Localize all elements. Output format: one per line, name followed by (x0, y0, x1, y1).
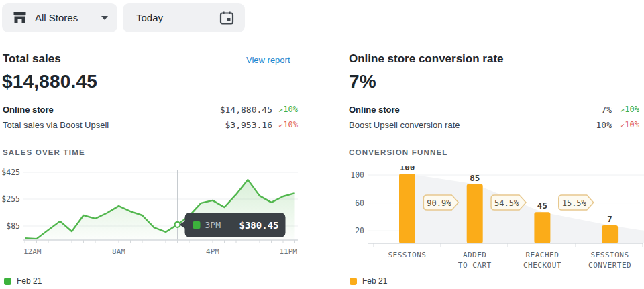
store-selector-button[interactable]: All Stores (2, 3, 117, 32)
svg-text:REACHED: REACHED (525, 251, 559, 259)
chart-tooltip: 3PM$380.45 (180, 213, 286, 237)
svg-text:$380.45: $380.45 (239, 220, 278, 231)
legend-label: Feb 21 (362, 276, 387, 286)
svg-text:$425: $425 (1, 168, 20, 177)
svg-text:3PM: 3PM (205, 220, 221, 230)
svg-text:4PM: 4PM (206, 247, 219, 256)
date-selector-button[interactable]: Today (123, 3, 245, 32)
total-sales-value: $14,880.45 (2, 71, 97, 93)
svg-text:8AM: 8AM (112, 247, 125, 256)
svg-text:54.5%: 54.5% (494, 198, 519, 208)
svg-text:7: 7 (607, 214, 612, 224)
metric-delta: ↗10% (278, 105, 298, 114)
calendar-icon (219, 11, 234, 25)
legend-swatch-green (4, 278, 11, 285)
sales-chart-legend: Feb 21 (4, 276, 42, 286)
date-selector-label: Today (136, 12, 163, 23)
svg-text:12AM: 12AM (23, 247, 42, 256)
metric-value: $3,953.16 (225, 120, 272, 130)
total-sales-title: Total sales (3, 52, 61, 66)
metric-label: Boost Upsell conversion rate (349, 120, 460, 130)
chevron-down-icon (101, 16, 108, 20)
metric-delta: ↗10% (620, 105, 639, 114)
svg-text:CONVERTED: CONVERTED (588, 261, 631, 270)
metric-delta: ↙10% (620, 120, 639, 129)
metric-row-online-store-sales: Online store $14,880.45 ↗10% (3, 105, 298, 115)
storefront-icon (13, 11, 27, 24)
svg-text:20: 20 (355, 226, 364, 235)
metric-label: Total sales via Boost Upsell (3, 120, 109, 130)
metric-row-boost-upsell-sales: Total sales via Boost Upsell $3,953.16 ↙… (3, 120, 298, 131)
svg-text:CHECKOUT: CHECKOUT (523, 261, 561, 270)
conversion-rate-title: Online store conversion rate (349, 52, 504, 66)
conversion-funnel-chart[interactable]: 10060201008545790.9%54.5%15.5%SESSIONSAD… (345, 166, 644, 274)
conversion-funnel-heading: CONVERSION FUNNEL (349, 148, 448, 156)
svg-text:45: 45 (537, 200, 547, 211)
metric-value: 10% (596, 120, 612, 130)
metric-label: Online store (349, 105, 400, 115)
funnel-bar (534, 212, 550, 243)
svg-text:60: 60 (355, 198, 364, 208)
metric-row-online-store-rate: Online store 7% ↗10% (349, 105, 639, 115)
svg-text:11PM: 11PM (280, 247, 298, 256)
store-selector-label: All Stores (35, 12, 78, 23)
svg-text:15.5%: 15.5% (562, 198, 587, 208)
svg-text:85: 85 (470, 173, 480, 183)
metric-label: Online store (3, 105, 54, 115)
metric-value: $14,880.45 (220, 105, 272, 115)
metric-value: 7% (601, 105, 612, 115)
svg-text:SESSIONS: SESSIONS (591, 251, 629, 259)
svg-text:100: 100 (400, 166, 415, 172)
svg-text:90.9%: 90.9% (427, 198, 451, 208)
svg-text:SESSIONS: SESSIONS (388, 251, 427, 259)
legend-label: Feb 21 (17, 276, 42, 286)
funnel-bar (467, 184, 483, 243)
view-report-link[interactable]: View report (246, 55, 290, 65)
sales-over-time-heading: SALES OVER TIME (3, 148, 85, 156)
metric-delta: ↙10% (278, 120, 298, 129)
svg-text:100: 100 (350, 170, 364, 180)
analytics-dashboard: All Stores Today Total sales View report… (0, 0, 644, 289)
svg-text:ADDED: ADDED (463, 251, 487, 259)
legend-swatch-orange (350, 278, 357, 285)
svg-text:$85: $85 (6, 221, 20, 231)
svg-text:$255: $255 (1, 194, 20, 204)
metric-row-boost-upsell-rate: Boost Upsell conversion rate 10% ↙10% (349, 120, 639, 131)
conversion-rate-value: 7% (349, 71, 376, 93)
funnel-bar (602, 225, 618, 243)
sales-over-time-chart[interactable]: $425$255$8512AM8AM4PM11PM3PM$380.45 (0, 166, 303, 259)
funnel-bar (399, 174, 415, 243)
funnel-chart-legend: Feb 21 (350, 276, 387, 286)
svg-text:TO CART: TO CART (458, 261, 492, 270)
